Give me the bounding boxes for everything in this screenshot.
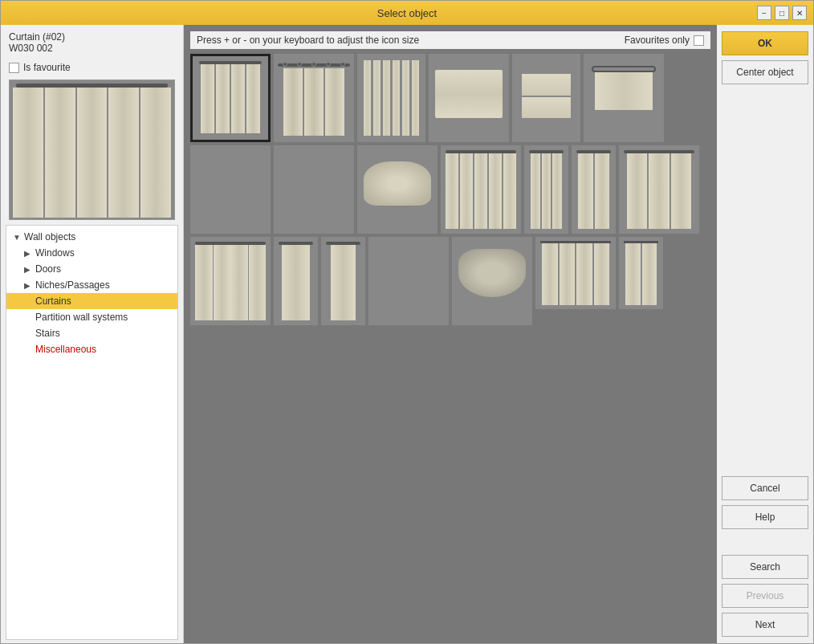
hint-row: Press + or - on your keyboard to adjust … xyxy=(190,31,710,49)
hint-text: Press + or - on your keyboard to adjust … xyxy=(197,35,419,46)
center-object-button[interactable]: Center object xyxy=(722,60,808,84)
tree-item-windows[interactable]: ▶ Windows xyxy=(6,245,177,261)
object-info: Curtain (#02) W030 002 xyxy=(1,25,183,57)
object-cell-8[interactable] xyxy=(274,145,354,234)
object-cell-14[interactable] xyxy=(190,237,271,325)
tree-item-curtains[interactable]: Curtains xyxy=(6,293,177,309)
object-cell-2[interactable] xyxy=(274,54,354,142)
object-cell-13[interactable] xyxy=(619,145,699,234)
object-cell-4[interactable] xyxy=(429,54,509,142)
left-panel: Curtain (#02) W030 002 Is favourite xyxy=(1,25,184,643)
main-window: Select object − □ ✕ Curtain (#02) W030 0… xyxy=(0,0,814,644)
minimize-button[interactable]: − xyxy=(757,6,771,20)
right-panel: OK Center object Cancel Help Search Prev… xyxy=(717,25,813,643)
expand-icon-niches: ▶ xyxy=(24,281,32,290)
object-title: Curtain (#02) xyxy=(9,31,175,43)
favourites-only-label: Favourites only xyxy=(625,35,690,46)
tree-label-curtains: Curtains xyxy=(35,296,71,307)
tree-label-doors: Doors xyxy=(35,263,61,275)
next-button[interactable]: Next xyxy=(722,613,808,637)
title-bar: Select object − □ ✕ xyxy=(1,1,813,25)
previous-button[interactable]: Previous xyxy=(722,584,808,608)
restore-button[interactable]: □ xyxy=(775,6,789,20)
object-cell-15[interactable] xyxy=(274,237,318,325)
favourites-only-row: Favourites only xyxy=(625,35,704,46)
tree-item-doors[interactable]: ▶ Doors xyxy=(6,261,177,277)
tree-label-stairs: Stairs xyxy=(35,328,60,339)
tree-label-misc: Miscellaneous xyxy=(35,344,96,355)
object-cell-11[interactable] xyxy=(524,145,568,234)
tree-item-stairs[interactable]: Stairs xyxy=(6,325,177,341)
object-cell-6[interactable] xyxy=(584,54,664,142)
object-cell-19[interactable] xyxy=(535,237,616,309)
object-cell-3[interactable] xyxy=(357,54,425,142)
expand-icon-doors: ▶ xyxy=(24,265,32,274)
object-code: W030 002 xyxy=(9,43,175,54)
window-title: Select object xyxy=(377,7,437,19)
preview-image xyxy=(10,80,174,219)
tree-item-partition[interactable]: Partition wall systems xyxy=(6,309,177,325)
help-button[interactable]: Help xyxy=(722,505,808,529)
object-cell-1[interactable] xyxy=(190,54,271,142)
tree-item-wall-objects[interactable]: ▼ Wall objects xyxy=(6,229,177,245)
object-cell-9[interactable] xyxy=(357,145,438,234)
title-bar-buttons: − □ ✕ xyxy=(757,6,807,20)
object-cell-12[interactable] xyxy=(572,145,616,234)
content-area: Curtain (#02) W030 002 Is favourite xyxy=(1,25,813,643)
object-cell-17[interactable] xyxy=(368,237,449,325)
ok-button[interactable]: OK xyxy=(722,31,808,55)
close-button[interactable]: ✕ xyxy=(792,6,807,20)
tree-label-windows: Windows xyxy=(35,247,75,259)
expand-icon-windows: ▶ xyxy=(24,249,32,258)
object-cell-16[interactable] xyxy=(321,237,365,325)
preview-area xyxy=(9,79,175,220)
search-button[interactable]: Search xyxy=(722,555,808,579)
cancel-button[interactable]: Cancel xyxy=(722,476,808,500)
tree-label-wall-objects: Wall objects xyxy=(24,231,75,243)
tree-panel: ▼ Wall objects ▶ Windows ▶ Doors ▶ Niche… xyxy=(6,225,178,640)
object-cell-10[interactable] xyxy=(441,145,521,234)
tree-label-niches: Niches/Passages xyxy=(35,279,110,291)
favourite-row: Is favourite xyxy=(1,57,183,78)
middle-panel: Press + or - on your keyboard to adjust … xyxy=(184,25,717,643)
object-cell-7[interactable] xyxy=(190,145,271,234)
object-cell-18[interactable] xyxy=(452,237,532,325)
object-cell-5[interactable] xyxy=(512,54,580,142)
object-cell-20[interactable] xyxy=(619,237,663,309)
favourite-label: Is favourite xyxy=(23,62,71,73)
tree-item-misc[interactable]: Miscellaneous xyxy=(6,341,177,357)
favourites-only-checkbox[interactable] xyxy=(694,35,704,46)
favourite-checkbox[interactable] xyxy=(9,63,19,73)
tree-item-niches[interactable]: ▶ Niches/Passages xyxy=(6,277,177,293)
expand-icon: ▼ xyxy=(13,233,21,242)
tree-label-partition: Partition wall systems xyxy=(35,312,128,323)
